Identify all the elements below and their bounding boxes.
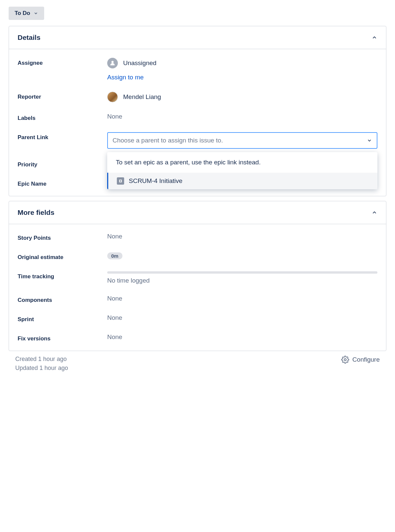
initiative-icon bbox=[117, 177, 124, 185]
time-tracking-value: No time logged bbox=[107, 277, 150, 284]
svg-point-1 bbox=[344, 359, 346, 361]
parent-link-menu: To set an epic as a parent, use the epic… bbox=[107, 152, 377, 189]
time-tracking-label: Time tracking bbox=[18, 271, 107, 280]
fix-versions-value[interactable]: None bbox=[107, 333, 377, 341]
story-points-value[interactable]: None bbox=[107, 233, 377, 240]
components-value[interactable]: None bbox=[107, 295, 377, 302]
parent-link-hint: To set an epic as a parent, use the epic… bbox=[107, 152, 377, 173]
assignee-display[interactable]: Unassigned bbox=[107, 58, 377, 68]
details-panel-title: Details bbox=[18, 34, 40, 42]
footer: Created 1 hour ago Updated 1 hour ago Co… bbox=[15, 356, 380, 374]
svg-point-0 bbox=[112, 61, 114, 63]
chevron-up-icon bbox=[371, 210, 377, 216]
components-row: Components None bbox=[9, 290, 386, 309]
chevron-down-icon bbox=[34, 11, 38, 16]
parent-link-row: Parent Link Choose a parent to assign th… bbox=[9, 127, 386, 154]
time-tracking-bar bbox=[107, 271, 377, 274]
details-panel: Details Assignee Unassigned Assign to me… bbox=[9, 26, 386, 196]
assign-to-me-link[interactable]: Assign to me bbox=[107, 74, 144, 81]
components-label: Components bbox=[18, 295, 107, 304]
created-timestamp: Created 1 hour ago bbox=[15, 356, 68, 363]
epic-name-label: Epic Name bbox=[18, 179, 107, 187]
parent-link-dropdown[interactable]: Choose a parent to assign this issue to. bbox=[107, 132, 377, 149]
more-fields-panel-header[interactable]: More fields bbox=[9, 201, 386, 224]
more-fields-panel-title: More fields bbox=[18, 209, 54, 217]
fix-versions-row: Fix versions None bbox=[9, 328, 386, 351]
story-points-row: Story Points None bbox=[9, 224, 386, 247]
reporter-value: Mendel Liang bbox=[123, 93, 161, 101]
sprint-label: Sprint bbox=[18, 314, 107, 323]
avatar bbox=[107, 92, 118, 102]
parent-link-option-label: SCRUM-4 Initiative bbox=[129, 177, 183, 185]
original-estimate-label: Original estimate bbox=[18, 252, 107, 261]
parent-link-option[interactable]: SCRUM-4 Initiative bbox=[107, 173, 377, 189]
parent-link-placeholder: Choose a parent to assign this issue to. bbox=[113, 137, 223, 144]
configure-button[interactable]: Configure bbox=[341, 356, 380, 364]
updated-timestamp: Updated 1 hour ago bbox=[15, 365, 68, 372]
story-points-label: Story Points bbox=[18, 233, 107, 241]
parent-link-value-cell: Choose a parent to assign this issue to.… bbox=[107, 132, 377, 149]
labels-label: Labels bbox=[18, 113, 107, 122]
parent-link-label: Parent Link bbox=[18, 132, 107, 141]
more-fields-panel: More fields Story Points None Original e… bbox=[9, 201, 386, 351]
person-icon bbox=[107, 58, 118, 68]
assignee-value: Unassigned bbox=[123, 59, 156, 67]
status-label: To Do bbox=[15, 10, 30, 17]
assignee-value-cell: Unassigned Assign to me bbox=[107, 58, 377, 81]
labels-value[interactable]: None bbox=[107, 113, 377, 120]
gear-icon bbox=[341, 356, 349, 364]
status-dropdown[interactable]: To Do bbox=[9, 7, 44, 20]
time-tracking-row: Time tracking No time logged bbox=[9, 266, 386, 290]
footer-timestamps: Created 1 hour ago Updated 1 hour ago bbox=[15, 356, 68, 374]
details-panel-header[interactable]: Details bbox=[9, 26, 386, 49]
reporter-row: Reporter Mendel Liang bbox=[9, 86, 386, 108]
sprint-row: Sprint None bbox=[9, 309, 386, 328]
reporter-label: Reporter bbox=[18, 92, 107, 100]
labels-row: Labels None bbox=[9, 108, 386, 127]
sprint-value[interactable]: None bbox=[107, 314, 377, 321]
time-tracking-cell[interactable]: No time logged bbox=[107, 271, 377, 284]
configure-label: Configure bbox=[353, 356, 380, 363]
chevron-down-icon bbox=[367, 138, 372, 143]
reporter-display[interactable]: Mendel Liang bbox=[107, 92, 377, 102]
reporter-value-cell: Mendel Liang bbox=[107, 92, 377, 102]
assignee-label: Assignee bbox=[18, 58, 107, 66]
priority-label: Priority bbox=[18, 159, 107, 168]
fix-versions-label: Fix versions bbox=[18, 333, 107, 342]
assignee-row: Assignee Unassigned Assign to me bbox=[9, 49, 386, 86]
original-estimate-row: Original estimate 0m bbox=[9, 247, 386, 266]
original-estimate-value: 0m bbox=[107, 252, 122, 259]
original-estimate-cell[interactable]: 0m bbox=[107, 252, 377, 259]
chevron-up-icon bbox=[371, 35, 377, 41]
